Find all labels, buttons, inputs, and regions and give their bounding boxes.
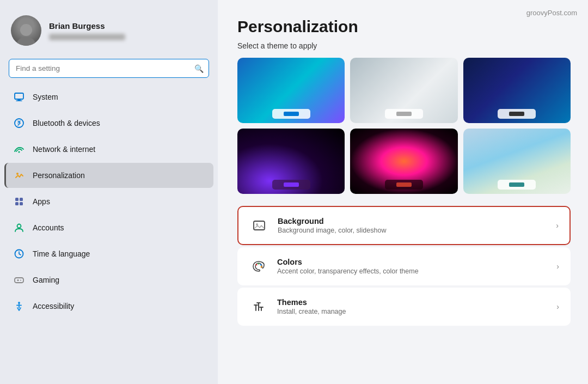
background-text: Background Background image, color, slid… (278, 217, 547, 234)
colors-text: Colors Accent color, transparency effect… (277, 258, 548, 275)
sidebar-item-label: Time & language (33, 249, 90, 258)
time-icon (13, 248, 25, 260)
background-chevron: › (556, 221, 559, 230)
svg-point-10 (17, 224, 21, 228)
network-icon (13, 143, 25, 155)
background-icon (249, 216, 269, 235)
sidebar-item-label: System (33, 93, 58, 101)
sidebar-item-label: Gaming (33, 276, 59, 284)
sidebar-item-network[interactable]: Network & internet (4, 137, 213, 162)
theme-card-1[interactable] (237, 58, 345, 123)
sidebar-item-apps[interactable]: Apps (4, 189, 213, 214)
settings-list: Background Background image, color, slid… (237, 206, 571, 326)
themes-title: Themes (277, 298, 548, 307)
svg-rect-19 (254, 221, 265, 230)
bluetooth-icon (13, 117, 25, 129)
svg-rect-8 (15, 202, 19, 205)
page-title: Personalization (237, 17, 571, 36)
settings-item-background[interactable]: Background Background image, color, slid… (237, 206, 571, 245)
colors-icon (249, 257, 268, 276)
theme-card-2[interactable] (350, 58, 457, 123)
background-subtitle: Background image, color, slideshow (278, 227, 547, 234)
svg-point-21 (256, 264, 258, 266)
svg-point-15 (20, 280, 21, 281)
accounts-icon (13, 222, 25, 234)
colors-subtitle: Accent color, transparency effects, colo… (277, 267, 548, 275)
sidebar-item-label: Personalization (33, 171, 85, 180)
svg-point-5 (16, 173, 19, 175)
user-info: Brian Burgess (49, 21, 125, 40)
theme-section-label: Select a theme to apply (237, 41, 571, 50)
colors-chevron: › (556, 262, 559, 271)
theme-card-5[interactable] (350, 129, 457, 194)
sidebar-item-system[interactable]: System (4, 84, 213, 109)
sidebar-item-label: Network & internet (33, 145, 95, 154)
svg-rect-6 (15, 198, 19, 201)
svg-point-23 (260, 264, 262, 266)
colors-title: Colors (277, 258, 548, 266)
search-icon: 🔍 (194, 64, 204, 73)
sidebar-item-gaming[interactable]: Gaming (4, 267, 213, 292)
theme-card-6[interactable] (463, 129, 571, 194)
themes-text: Themes Install, create, manage (277, 298, 548, 315)
sidebar-item-personalization[interactable]: Personalization (4, 163, 213, 188)
background-title: Background (278, 217, 547, 225)
watermark: groovyPost.com (526, 9, 577, 17)
search-box[interactable]: 🔍 (9, 59, 209, 78)
sidebar-item-label: Apps (33, 197, 50, 206)
sidebar-item-label: Accessibility (33, 302, 74, 310)
svg-rect-7 (20, 198, 23, 201)
sidebar: Brian Burgess 🔍 System (0, 0, 218, 384)
sidebar-item-label: Accounts (33, 223, 64, 232)
nav-list: System Bluetooth & devices Network & int… (0, 84, 218, 384)
svg-rect-0 (15, 93, 23, 99)
sidebar-item-accessibility[interactable]: Accessibility (4, 294, 213, 319)
settings-item-colors[interactable]: Colors Accent color, transparency effect… (237, 247, 571, 285)
gaming-icon (13, 274, 25, 286)
sidebar-item-label: Bluetooth & devices (33, 119, 100, 127)
svg-point-24 (261, 266, 262, 268)
svg-point-4 (19, 151, 20, 153)
avatar (11, 15, 41, 46)
search-input[interactable] (9, 59, 209, 78)
settings-item-themes[interactable]: Themes Install, create, manage › (237, 288, 571, 326)
svg-point-3 (15, 119, 23, 127)
user-section: Brian Burgess (0, 0, 218, 57)
personalization-icon (13, 169, 25, 181)
system-icon (13, 91, 25, 103)
themes-icon (249, 297, 268, 316)
themes-subtitle: Install, create, manage (277, 308, 548, 315)
theme-card-3[interactable] (463, 58, 571, 123)
apps-icon (13, 196, 25, 208)
theme-grid (237, 58, 571, 194)
sidebar-item-accounts[interactable]: Accounts (4, 215, 213, 240)
main-content: groovyPost.com Personalization Select a … (218, 0, 588, 384)
sidebar-item-bluetooth[interactable]: Bluetooth & devices (4, 111, 213, 136)
theme-card-4[interactable] (237, 129, 345, 194)
sidebar-item-time[interactable]: Time & language (4, 241, 213, 266)
user-email (49, 34, 125, 40)
accessibility-icon (13, 300, 25, 312)
svg-rect-12 (15, 278, 23, 283)
themes-chevron: › (556, 302, 559, 311)
user-name: Brian Burgess (49, 21, 125, 31)
svg-point-22 (258, 263, 260, 265)
svg-rect-9 (20, 202, 23, 205)
